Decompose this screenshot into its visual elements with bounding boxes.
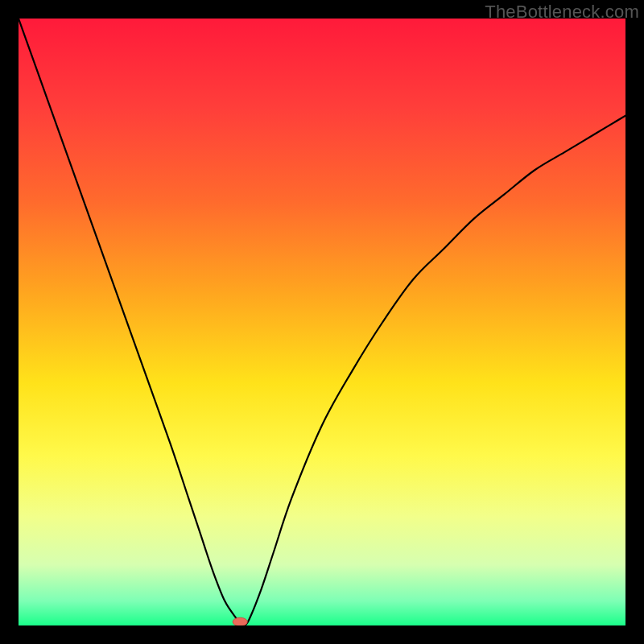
chart-svg — [19, 19, 625, 625]
watermark-text: TheBottleneck.com — [485, 2, 639, 23]
gradient-background — [19, 19, 625, 625]
optimum-marker — [233, 617, 247, 625]
chart-frame — [19, 19, 625, 625]
